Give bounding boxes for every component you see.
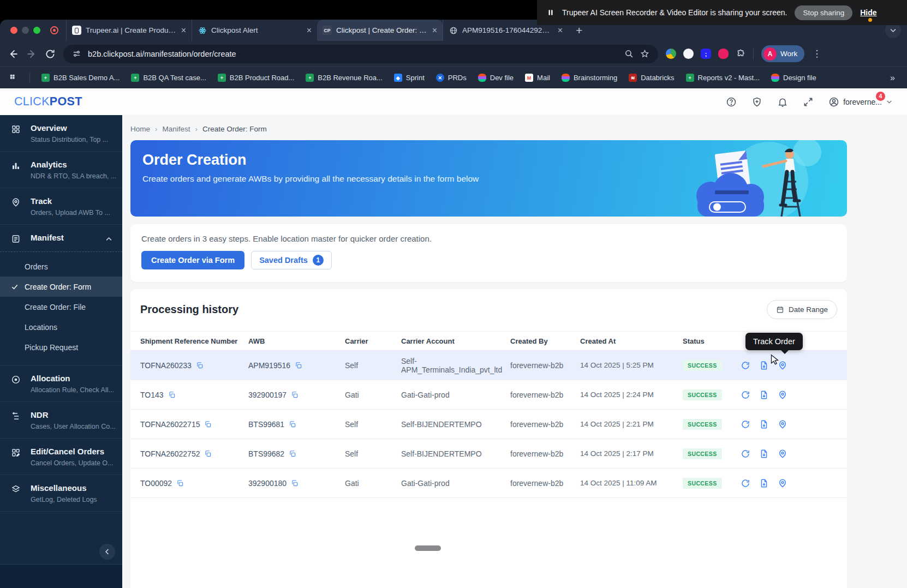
zoom-window-button[interactable] [33, 27, 40, 34]
bookmark-item[interactable]: Dev file [478, 74, 514, 82]
browser-profile-button[interactable]: A Work [761, 45, 804, 62]
sidebar-subitem-orders[interactable]: Orders [0, 256, 122, 277]
retry-icon[interactable] [741, 361, 750, 370]
track-order-icon[interactable] [778, 390, 787, 400]
close-window-button[interactable] [10, 27, 17, 34]
download-label-icon[interactable] [759, 449, 769, 459]
clickpost-logo[interactable]: CLICKPOST [14, 95, 82, 109]
bookmark-item[interactable]: ◆Sprint [394, 74, 425, 82]
download-label-icon[interactable] [759, 478, 769, 488]
download-label-icon[interactable] [759, 361, 769, 370]
divider [753, 48, 754, 60]
stop-sharing-button[interactable]: Stop sharing [795, 5, 852, 20]
bookmark-item[interactable]: Design file [771, 74, 816, 82]
download-label-icon[interactable] [759, 390, 769, 400]
sidebar-item-edit-cancel-orders[interactable]: Edit/Cancel OrdersCancel Orders, Update … [0, 439, 122, 475]
bookmark-star-icon[interactable] [640, 49, 649, 58]
copy-icon[interactable] [289, 450, 296, 458]
bookmark-item[interactable]: ✕PRDs [436, 74, 467, 82]
address-bar[interactable]: b2b.clickpost.ai/manifestation/order/cre… [63, 45, 658, 63]
hide-banner-link[interactable]: Hide [860, 8, 876, 17]
bookmark-item[interactable]: +B2B QA Test case... [131, 74, 206, 82]
sidebar-subitem-locations[interactable]: Locations [0, 317, 122, 337]
awb-number: BTS99681 [248, 420, 284, 429]
bookmark-item[interactable]: +B2B Revenue Roa... [306, 74, 383, 82]
toolbar: b2b.clickpost.ai/manifestation/order/cre… [0, 41, 907, 67]
tab-clickpost-alert[interactable]: Clickpost Alert × [192, 20, 317, 41]
close-icon[interactable]: × [307, 26, 312, 35]
breadcrumb-manifest[interactable]: Manifest [163, 125, 190, 133]
close-icon[interactable]: × [432, 26, 437, 35]
minimize-window-button[interactable] [22, 27, 29, 34]
manifest-submenu: Orders Create Order: Form Create Order: … [0, 252, 122, 365]
retry-icon[interactable] [741, 390, 750, 400]
copy-icon[interactable] [196, 362, 204, 369]
bell-icon[interactable] [777, 97, 788, 107]
sidebar-collapse-button[interactable] [99, 544, 115, 560]
new-tab-button[interactable]: + [576, 24, 582, 37]
close-icon[interactable]: × [181, 26, 186, 35]
track-order-icon[interactable] [778, 419, 787, 429]
copy-icon[interactable] [291, 391, 299, 399]
copy-icon[interactable] [204, 450, 212, 458]
track-order-icon[interactable] [778, 449, 787, 459]
back-icon[interactable] [8, 49, 19, 59]
profile-avatar: A [763, 47, 777, 61]
tab-create-order-active[interactable]: CP Clickpost | Create Order: Form × [317, 20, 443, 41]
copy-icon[interactable] [295, 362, 302, 369]
bookmarks-overflow-icon[interactable]: » [890, 73, 898, 83]
help-icon[interactable] [726, 97, 737, 107]
browser-menu-icon[interactable]: ⋮ [812, 48, 821, 59]
track-order-icon[interactable] [778, 478, 787, 488]
extension-icon[interactable]: ; [701, 49, 711, 59]
sidebar-subitem-create-order-file[interactable]: Create Order: File [0, 297, 122, 317]
bookmark-item[interactable]: ≋Databricks [629, 74, 674, 82]
reload-icon[interactable] [45, 49, 56, 59]
bookmark-item[interactable]: +Reports v2 - Mast... [686, 74, 760, 82]
close-icon[interactable]: × [558, 26, 563, 35]
copy-icon[interactable] [204, 421, 212, 428]
download-label-icon[interactable] [759, 419, 769, 429]
sidebar-subitem-create-order-form[interactable]: Create Order: Form [0, 277, 122, 297]
forward-icon[interactable] [26, 49, 37, 59]
sidebar-item-ndr[interactable]: NDRCases, User Allocation Co... [0, 402, 122, 439]
sidebar-item-allocation[interactable]: AllocationAllocation Rule, Check All... [0, 365, 122, 402]
breadcrumb-home[interactable]: Home [130, 125, 150, 133]
copy-icon[interactable] [289, 421, 296, 428]
copy-icon[interactable] [168, 391, 176, 399]
horizontal-scrollbar[interactable] [415, 545, 441, 551]
extensions-puzzle-icon[interactable] [736, 49, 745, 59]
sidebar-item-overview[interactable]: OverviewStatus Distribution, Top ... [0, 115, 122, 152]
extension-icon[interactable] [683, 49, 694, 59]
sidebar-item-miscellaneous[interactable]: MiscellaneousGetLog, Deleted Logs [0, 475, 122, 512]
order-creation-banner: Order Creation Create orders and generat… [130, 140, 847, 217]
shield-icon[interactable] [751, 97, 762, 107]
create-order-via-form-button[interactable]: Create Order via Form [141, 251, 244, 269]
extension-icon[interactable] [718, 49, 729, 59]
bookmark-item[interactable]: Brainstorming [562, 74, 617, 82]
bookmark-item[interactable]: MMail [525, 74, 550, 82]
apps-grid-icon[interactable] [9, 73, 18, 82]
track-order-icon[interactable] [778, 361, 787, 370]
copy-icon[interactable] [291, 479, 299, 487]
window-controls[interactable] [0, 20, 48, 41]
bookmark-item[interactable]: +B2B Product Road... [218, 74, 295, 82]
retry-icon[interactable] [741, 419, 750, 429]
saved-drafts-button[interactable]: Saved Drafts 1 [251, 251, 332, 269]
sidebar-item-manifest[interactable]: Manifest [0, 225, 122, 252]
extension-icon[interactable] [666, 49, 676, 59]
search-icon[interactable] [624, 49, 634, 58]
site-settings-icon[interactable] [72, 49, 81, 58]
sidebar-item-analytics[interactable]: AnalyticsNDR & RTO, SLA breach, ... [0, 152, 122, 188]
copy-icon[interactable] [176, 479, 184, 487]
url-text[interactable]: b2b.clickpost.ai/manifestation/order/cre… [88, 50, 618, 58]
expand-icon[interactable] [803, 97, 814, 107]
tab-trupeer[interactable]: Trupeer.ai | Create Product Vi × [66, 20, 192, 41]
retry-icon[interactable] [741, 449, 750, 459]
user-menu[interactable]: foreverne... 4 [828, 97, 893, 107]
retry-icon[interactable] [741, 478, 750, 488]
sidebar-item-track[interactable]: TrackOrders, Upload AWB To ... [0, 188, 122, 225]
bookmark-item[interactable]: +B2B Sales Demo A... [41, 74, 120, 82]
sidebar-subitem-pickup-request[interactable]: Pickup Request [0, 337, 122, 357]
date-range-button[interactable]: Date Range [767, 300, 837, 319]
